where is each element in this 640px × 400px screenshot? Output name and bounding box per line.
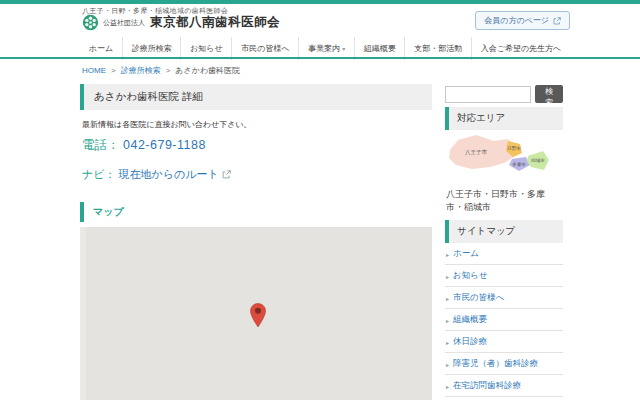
area-section-title: 対応エリア xyxy=(445,107,563,130)
breadcrumb: HOME > 診療所検索 > あさかわ歯科医院 xyxy=(82,65,240,76)
nav-item-label: 市民の皆様へ xyxy=(241,43,289,54)
nav-item-label: ホーム xyxy=(89,43,113,54)
sitemap-link-label: 在宅訪問歯科診療 xyxy=(453,380,521,392)
contact-note: 最新情報は各医院に直接お問い合わせ下さい。 xyxy=(82,119,252,130)
map-pin-icon[interactable] xyxy=(250,303,266,328)
arrow-bullet-icon: ▸ xyxy=(446,273,449,280)
external-link-icon xyxy=(553,17,561,25)
map-tile-edge xyxy=(80,227,86,400)
breadcrumb-separator: > xyxy=(166,66,171,75)
sitemap-link-home[interactable]: ▸ホーム xyxy=(445,243,563,265)
top-accent-bar xyxy=(0,0,640,4)
arrow-bullet-icon: ▸ xyxy=(446,383,449,390)
breadcrumb-search-link[interactable]: 診療所検索 xyxy=(121,65,161,76)
search-input[interactable] xyxy=(445,86,531,103)
map-embed[interactable] xyxy=(80,227,432,400)
sitemap-link-holiday-care[interactable]: ▸休日診療 xyxy=(445,331,563,353)
sitemap-link-citizens[interactable]: ▸市民の皆様へ xyxy=(445,287,563,309)
nav-item-label: 診療所検索 xyxy=(132,43,172,54)
arrow-bullet-icon: ▸ xyxy=(446,339,449,346)
nav-item-label: 入会ご希望の先生方へ xyxy=(481,43,562,54)
phone-label: 電話： xyxy=(82,138,120,152)
sitemap-link-home-visit[interactable]: ▸在宅訪問歯科診療 xyxy=(445,375,563,397)
nav-item-label: 支部・部活動 xyxy=(414,43,462,54)
arrow-bullet-icon: ▸ xyxy=(446,295,449,302)
sitemap-link-label: お知らせ xyxy=(453,270,488,282)
route-link[interactable]: 現在地からのルート xyxy=(119,167,219,182)
coverage-area-map: 八王子市 日野市 多摩市 稲城市 xyxy=(446,132,559,188)
navi-label: ナビ： xyxy=(82,167,116,182)
site-logo[interactable]: 公益社団法人 東京都八南歯科医師会 xyxy=(82,14,280,31)
phone-row: 電話： 042-679-1188 xyxy=(82,137,206,154)
sitemap-link-label: 障害児（者）歯科診療 xyxy=(453,358,538,370)
breadcrumb-separator: > xyxy=(111,66,116,75)
sitemap-link-news[interactable]: ▸お知らせ xyxy=(445,265,563,287)
region-label-tama: 多摩市 xyxy=(512,162,526,167)
arrow-bullet-icon: ▸ xyxy=(446,317,449,324)
sitemap-list: ▸ホーム ▸お知らせ ▸市民の皆様へ ▸組織概要 ▸休日診療 ▸障害児（者）歯科… xyxy=(445,243,563,400)
phone-number[interactable]: 042-679-1188 xyxy=(123,138,206,152)
map-section-title: マップ xyxy=(80,202,133,222)
nav-item-label: お知らせ xyxy=(190,43,223,54)
sitemap-link-label: 市民の皆様へ xyxy=(453,292,504,304)
chevron-down-icon: ▾ xyxy=(342,45,345,52)
breadcrumb-current: あさかわ歯科医院 xyxy=(175,65,240,76)
page: 八王子・日野・多摩・稲城地域の歯科医師会 公益社団法人 東京都八南歯科医師会 会… xyxy=(0,0,640,400)
search-button[interactable]: 検索 xyxy=(535,85,563,103)
sitemap-link-label: ホーム xyxy=(453,248,479,260)
arrow-bullet-icon: ▸ xyxy=(446,361,449,368)
sitemap-section-title: サイトマップ xyxy=(445,220,563,243)
region-label-hino: 日野市 xyxy=(507,146,521,151)
nav-item-label: 組織概要 xyxy=(364,43,396,54)
org-type-label: 公益社団法人 xyxy=(103,18,145,28)
sitemap-link-label: 組織概要 xyxy=(453,314,487,326)
external-link-icon xyxy=(222,170,231,179)
page-title: あさかわ歯科医院 詳細 xyxy=(80,84,432,110)
region-label-hachioji: 八王子市 xyxy=(465,149,488,156)
nav-divider xyxy=(0,57,640,59)
arrow-bullet-icon: ▸ xyxy=(446,251,449,258)
navi-row: ナビ： 現在地からのルート xyxy=(82,167,231,182)
sitemap-link-label: 休日診療 xyxy=(453,336,487,348)
member-page-button[interactable]: 会員の方のページ xyxy=(475,11,570,30)
breadcrumb-home-link[interactable]: HOME xyxy=(82,66,106,75)
area-caption: 八王子市・日野市・多摩市・稲城市 xyxy=(446,188,562,214)
member-page-button-label: 会員の方のページ xyxy=(484,15,549,26)
sidebar-search: 検索 xyxy=(445,85,563,103)
nav-item-label: 事業案内 xyxy=(308,43,340,54)
sitemap-link-organization[interactable]: ▸組織概要 xyxy=(445,309,563,331)
org-name: 東京都八南歯科医師会 xyxy=(150,14,280,31)
association-emblem-icon xyxy=(82,14,99,31)
sitemap-link-disability-care[interactable]: ▸障害児（者）歯科診療 xyxy=(445,353,563,375)
region-label-inagi: 稲城市 xyxy=(531,158,545,163)
